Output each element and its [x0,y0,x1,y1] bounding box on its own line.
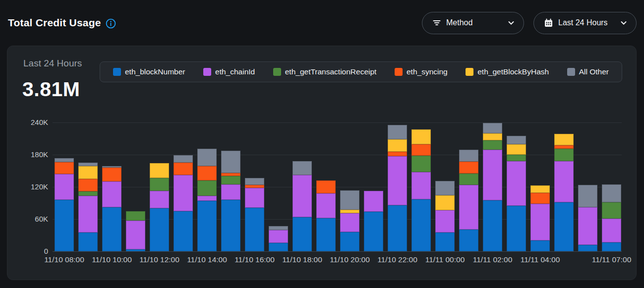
credit-usage-card: Last 24 Hours 3.81M eth_blockNumbereth_c… [7,46,637,280]
filter-icon [432,18,441,27]
bar-segment [126,221,145,249]
bar-segment [197,196,217,201]
stacked-bar[interactable] [602,184,621,251]
bar-segment [507,206,526,251]
stacked-bar[interactable] [245,178,264,251]
bar-segment [483,200,502,251]
stacked-bar-chart: 060K120K180K240K11/10 08:0011/10 10:0011… [7,46,637,281]
bar-segment [174,163,193,175]
bar-segment [174,155,193,163]
stacked-bar[interactable] [411,129,431,251]
bar-segment [197,166,217,180]
bar-segment [126,249,145,251]
chevron-down-icon [508,19,515,26]
bar-segment [78,166,98,179]
bar-segment [411,156,431,172]
x-axis-tick-label: 11/10 10:00 [85,255,139,264]
bar-segment [554,161,574,202]
bar-segment [102,181,121,207]
stacked-bar[interactable] [221,151,240,251]
calendar-icon [544,18,553,28]
x-axis-tick-label: 11/10 12:00 [132,255,187,264]
bar-segment [364,212,383,251]
y-axis-tick-label: 0 [13,247,48,255]
stacked-bar[interactable] [530,185,550,251]
stacked-bar[interactable] [293,161,312,251]
bar-segment [221,176,240,184]
bar-segment [102,168,121,181]
bar-segment [364,191,383,212]
stacked-bar[interactable] [364,191,383,251]
stacked-bar[interactable] [55,158,74,251]
chart-plot-area: 060K120K180K240K11/10 08:0011/10 10:0011… [53,122,622,251]
bar-segment [411,199,431,251]
bar-segment [459,185,478,230]
stacked-bar[interactable] [150,163,169,251]
bar-segment [388,205,407,251]
bar-segment [530,204,550,241]
bar-segment [388,152,407,157]
bar-segment [435,181,455,195]
page-header: Total Credit Usage Method [0,0,644,46]
bar-segment [435,232,455,251]
time-range-button-label: Last 24 Hours [558,18,608,27]
stacked-bar[interactable] [388,125,407,251]
bar-segment [197,149,217,166]
stacked-bar[interactable] [102,166,121,251]
bar-segment [483,133,502,140]
x-axis-tick-label: 11/10 22:00 [370,255,425,264]
chevron-down-icon [620,19,627,26]
bar-segment [602,202,621,219]
stacked-bar[interactable] [197,149,217,251]
stacked-bar[interactable] [578,185,597,251]
grid-line [53,251,622,252]
stacked-bar[interactable] [316,180,336,251]
grid-line [53,122,622,123]
x-axis-tick-label: 11/10 16:00 [228,255,282,264]
bar-segment [507,161,526,206]
x-axis-tick-label: 11/10 08:00 [37,255,92,264]
time-range-button[interactable]: Last 24 Hours [533,12,637,34]
bar-segment [150,178,169,191]
stacked-bar[interactable] [340,190,359,251]
stacked-bar[interactable] [507,136,526,251]
bar-segment [459,162,478,173]
bar-segment [78,179,98,191]
bar-segment [530,185,550,193]
bar-segment [340,190,359,210]
stacked-bar[interactable] [459,150,478,251]
stacked-bar[interactable] [269,226,288,251]
stacked-bar[interactable] [483,123,502,251]
bar-segment [483,140,502,150]
bar-segment [221,184,240,200]
bar-segment [340,232,359,251]
bar-segment [245,188,264,208]
bar-segment [483,123,502,133]
x-axis-tick-label: 11/10 18:00 [275,255,330,264]
header-controls: Method Last 24 Hours [422,12,637,34]
bar-segment [174,211,193,251]
x-axis-tick-label: 11/11 02:00 [466,255,520,264]
bar-segment [78,191,98,196]
x-axis-tick-label: 11/11 04:00 [513,255,568,264]
bar-segment [483,150,502,200]
bar-segment [530,193,550,204]
bar-segment [316,180,336,193]
bar-segment [507,155,526,161]
bar-segment [388,156,407,205]
stacked-bar[interactable] [435,181,455,251]
bar-segment [554,145,574,149]
stacked-bar[interactable] [126,211,145,251]
page-title: Total Credit Usage [8,17,101,29]
method-button-label: Method [446,18,472,27]
method-filter-button[interactable]: Method [422,12,524,34]
bar-segment [554,202,574,251]
info-icon[interactable] [106,18,116,29]
y-axis-tick-label: 240K [13,118,48,126]
bar-segment [340,213,359,232]
stacked-bar[interactable] [554,134,574,251]
stacked-bar[interactable] [78,163,98,251]
bar-segment [245,178,264,185]
stacked-bar[interactable] [174,155,193,251]
bar-segment [388,125,407,139]
